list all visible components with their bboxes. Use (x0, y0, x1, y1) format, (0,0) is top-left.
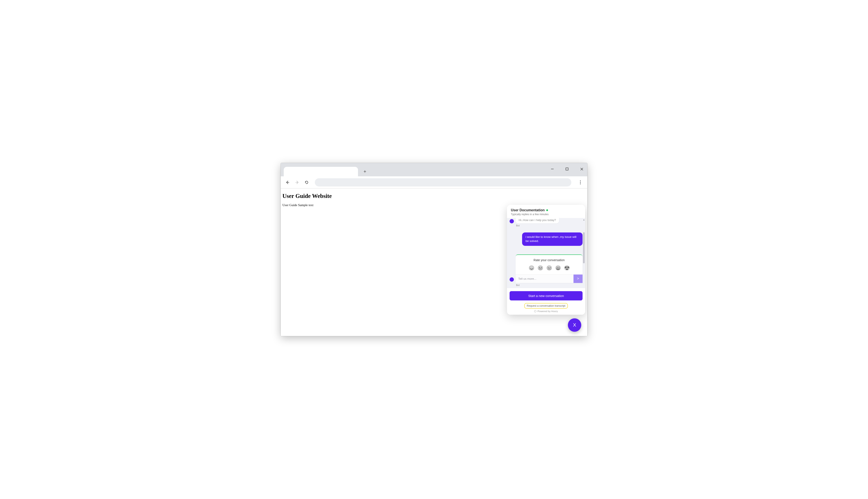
brand-ring-icon (534, 310, 537, 312)
browser-toolbar (281, 177, 587, 188)
page-viewport: User Guide Website User Guide Sample tex… (281, 188, 587, 336)
back-button[interactable] (283, 178, 292, 187)
browser-menu-button[interactable] (576, 178, 585, 187)
window-controls (549, 166, 585, 172)
address-bar[interactable] (315, 178, 571, 186)
rate-title: Rate your conversation (516, 255, 582, 264)
close-icon: X (573, 322, 576, 328)
request-transcript-link[interactable]: Request a conversation transcript (524, 303, 568, 309)
scroll-up-icon[interactable]: ▴ (583, 219, 584, 221)
online-status-icon (546, 209, 548, 211)
powered-by-text: Powered by Hoory (538, 310, 558, 313)
maximize-button[interactable] (564, 166, 570, 172)
rate-send-button[interactable]: > (574, 274, 582, 283)
rate-emoji-row: 😞 😐 😑 😀 😍 (516, 264, 582, 274)
page-title: User Guide Website (282, 193, 585, 199)
tab-strip: + (281, 163, 587, 177)
bot-sender-label: Bot (516, 224, 582, 227)
chat-header: User Documentation Typically replies in … (507, 205, 585, 218)
reload-button[interactable] (302, 178, 311, 187)
chat-body[interactable]: ▴ Hi..How can I help you today? Bot i wo… (507, 218, 585, 288)
bot-message-row: Hi..How can I help you today? (509, 218, 582, 223)
new-tab-button[interactable]: + (361, 168, 369, 175)
chat-footer: Start a new conversation Request a conve… (507, 288, 585, 315)
rate-conversation-card: Rate your conversation 😞 😐 😑 😀 😍 (516, 254, 582, 283)
bot-message-bubble: Hi..How can I help you today? (516, 217, 559, 223)
rate-emoji-1[interactable]: 😞 (529, 265, 534, 271)
close-button[interactable] (578, 166, 585, 172)
chat-close-fab[interactable]: X (568, 318, 581, 332)
chat-title: User Documentation (511, 208, 544, 212)
browser-tab[interactable] (284, 167, 358, 177)
rate-feedback-input[interactable] (516, 274, 574, 283)
bot-avatar (509, 219, 514, 223)
powered-by-label: Powered by Hoory (509, 310, 582, 313)
rate-emoji-5[interactable]: 😍 (564, 265, 570, 271)
plus-icon: + (364, 169, 366, 174)
browser-window: + (281, 163, 587, 336)
svg-rect-1 (566, 168, 568, 170)
rate-emoji-3[interactable]: 😑 (546, 265, 552, 271)
rate-emoji-2[interactable]: 😐 (538, 265, 543, 271)
bot-sender-label: Bot (516, 284, 582, 287)
chat-scrollbar[interactable] (583, 232, 585, 263)
bot-avatar (509, 277, 514, 282)
user-message-bubble: i would like to know when ,my issue will… (522, 232, 582, 246)
forward-button[interactable] (293, 178, 301, 187)
chat-widget: User Documentation Typically replies in … (507, 205, 585, 315)
rate-emoji-4[interactable]: 😀 (555, 265, 561, 271)
minimize-button[interactable] (549, 166, 556, 172)
start-new-conversation-button[interactable]: Start a new conversation (509, 291, 582, 301)
chat-subtitle: Typically replies in a few minutes (511, 213, 581, 216)
